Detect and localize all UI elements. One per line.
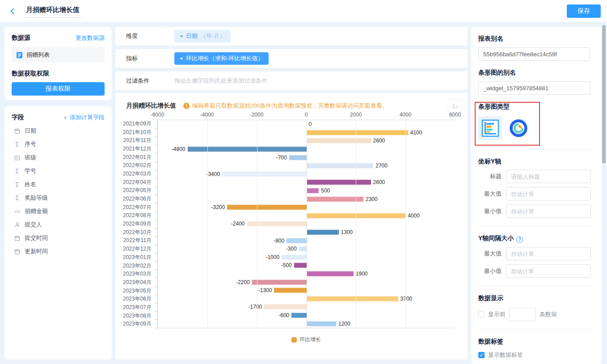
y-axis-row-label: 标题 bbox=[478, 172, 502, 180]
legend-label[interactable]: 环比增长 bbox=[299, 336, 321, 343]
category-label: 2023年02月 bbox=[115, 262, 155, 270]
bar bbox=[287, 238, 306, 243]
bar bbox=[247, 222, 307, 226]
bar bbox=[307, 321, 337, 326]
bar-value-label: -2200 bbox=[236, 279, 250, 285]
category-label: 2022年08月 bbox=[115, 212, 155, 220]
gridline bbox=[207, 120, 208, 328]
bar-value-label: -3400 bbox=[206, 171, 220, 177]
category-label: 2023年04月 bbox=[115, 278, 155, 287]
filter-row[interactable]: 过滤条件 拖动左侧字段到此处来添加过滤条件 bbox=[115, 71, 468, 90]
preview-warning: ! 编辑界面只取数据源前200条作为查询数据预览，完整数据请访问页面查看。 bbox=[183, 102, 388, 110]
bar-value-label: -1300 bbox=[258, 287, 272, 293]
bar-value-label: 4000 bbox=[408, 213, 420, 219]
y-axis-title: 坐标Y轴 bbox=[478, 158, 594, 166]
field-item[interactable]: 提交人 bbox=[12, 218, 105, 231]
widget-alias-label: 条形图的别名 bbox=[478, 69, 594, 77]
report-alias-label: 报表别名 bbox=[478, 35, 594, 43]
y-interval-row: 最大值 bbox=[478, 247, 594, 260]
bar bbox=[307, 296, 398, 301]
y-interval-row-input[interactable] bbox=[506, 264, 591, 278]
bar-value-label: 0 bbox=[309, 121, 312, 127]
show-top-prefix: 显示前 bbox=[488, 310, 506, 318]
plus-icon: ＋ bbox=[62, 114, 68, 121]
bar bbox=[307, 180, 371, 185]
x-tick-label: 0 bbox=[305, 112, 308, 118]
y-axis-row-input[interactable] bbox=[506, 205, 591, 218]
field-item[interactable]: 日期 bbox=[12, 124, 105, 138]
change-datasource-link[interactable]: 更改数据源 bbox=[76, 34, 105, 42]
chart-type-bar-option[interactable] bbox=[478, 116, 502, 140]
help-icon[interactable]: ? bbox=[516, 236, 523, 243]
back-button[interactable] bbox=[6, 5, 19, 17]
show-data-label-checkbox[interactable]: ✓ bbox=[478, 352, 485, 358]
show-top-count-input[interactable] bbox=[509, 308, 536, 321]
category-label: 2021年09月 bbox=[115, 120, 155, 128]
bar bbox=[282, 255, 306, 259]
category-label: 2023年08月 bbox=[115, 312, 155, 320]
y-axis-row: 标题 bbox=[478, 170, 594, 183]
category-axis-labels: 2021年09月2021年10月2021年11月2021年12月2022年01月… bbox=[115, 120, 155, 328]
field-item[interactable]: 序号 bbox=[12, 138, 105, 151]
category-label: 2022年12月 bbox=[115, 245, 155, 253]
bar-value-label: -3200 bbox=[211, 204, 225, 210]
chart-type-radial-option[interactable] bbox=[509, 118, 528, 138]
field-item[interactable]: 班级 bbox=[12, 151, 105, 164]
datasource-item-label: 捐赠列表 bbox=[26, 51, 50, 59]
field-item[interactable]: 更新时间 bbox=[12, 245, 105, 258]
y-axis-row-input[interactable] bbox=[506, 170, 591, 183]
bar-value-label: 2600 bbox=[373, 179, 385, 185]
report-alias-input[interactable] bbox=[478, 47, 590, 61]
category-label: 2023年05月 bbox=[115, 287, 155, 295]
datasource-panel: 数据源 更改数据源 捐赠列表 数据获取权限 报表权限 bbox=[4, 27, 112, 100]
text-icon bbox=[13, 182, 21, 187]
x-axis-tick-labels: -6000-4000-20000200040006000 bbox=[157, 112, 455, 118]
select-icon bbox=[13, 155, 21, 161]
report-permission-button[interactable]: 报表权限 bbox=[12, 82, 105, 96]
bar-value-label: -300 bbox=[286, 246, 297, 252]
y-axis-row-input[interactable] bbox=[506, 187, 591, 201]
dimension-pill[interactable]: ▼ 日期（年-月） bbox=[174, 30, 231, 42]
bar bbox=[188, 147, 307, 152]
gridline bbox=[257, 120, 257, 328]
chart-legend: 环比增长 bbox=[157, 336, 455, 343]
metric-pill[interactable]: ▼ 环比增长（求和-环比增长值） bbox=[174, 52, 269, 65]
show-top-suffix: 条数据 bbox=[540, 310, 557, 318]
bar bbox=[307, 138, 371, 143]
x-tick-label: 6000 bbox=[449, 112, 461, 118]
field-item[interactable]: 123捐赠金额 bbox=[12, 205, 105, 218]
field-item-label: 更新时间 bbox=[25, 247, 48, 255]
metric-label: 指标 bbox=[126, 54, 174, 63]
caret-down-icon: ▼ bbox=[179, 34, 184, 38]
field-item[interactable]: 提交时间 bbox=[12, 231, 105, 245]
vertical-scrollbar-thumb[interactable] bbox=[602, 25, 606, 163]
bar-value-label: 500 bbox=[321, 188, 330, 194]
category-label: 2022年10月 bbox=[115, 228, 155, 237]
y-axis-row-label: 最小值 bbox=[478, 207, 502, 215]
y-axis-row: 最大值 bbox=[478, 187, 594, 201]
field-item[interactable]: 学号 bbox=[12, 164, 105, 178]
bar bbox=[294, 263, 307, 268]
datasource-item[interactable]: 捐赠列表 bbox=[12, 47, 105, 63]
category-label: 2021年12月 bbox=[115, 145, 155, 153]
field-item[interactable]: 姓名 bbox=[12, 178, 105, 191]
widget-alias-input[interactable] bbox=[478, 81, 590, 95]
show-top-checkbox[interactable] bbox=[478, 311, 485, 318]
category-label: 2022年02月 bbox=[115, 161, 155, 170]
category-label: 2022年04月 bbox=[115, 178, 155, 187]
x-tick-label: -4000 bbox=[200, 112, 214, 118]
field-item[interactable]: 奖励等级 bbox=[12, 191, 105, 205]
divider bbox=[478, 329, 594, 330]
divider bbox=[478, 226, 594, 226]
bar bbox=[264, 305, 306, 310]
y-interval-row-input[interactable] bbox=[506, 247, 591, 260]
x-tick-label: 4000 bbox=[400, 112, 412, 118]
category-label: 2022年03月 bbox=[115, 170, 155, 178]
field-item-label: 日期 bbox=[25, 127, 36, 135]
sort-button[interactable]: 1↓ bbox=[448, 99, 462, 113]
page-title[interactable]: 月捐赠环比增长值 bbox=[25, 4, 82, 18]
report-designer-page: 月捐赠环比增长值 保存 数据源 更改数据源 捐赠列表 数据获取权限 报表权限 字… bbox=[0, 0, 607, 364]
add-calc-field-link[interactable]: ＋ 添加计算字段 bbox=[62, 113, 105, 121]
save-button[interactable]: 保存 bbox=[567, 4, 601, 18]
y-interval-row: 最小值 bbox=[478, 264, 594, 278]
